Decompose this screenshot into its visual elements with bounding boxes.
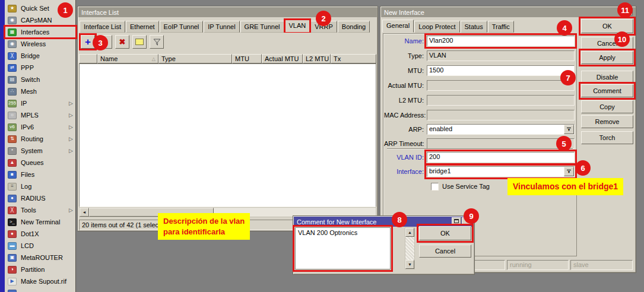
dropdown-button[interactable]: ▼ bbox=[564, 125, 574, 134]
sidebar-item-files[interactable]: ■ Files bbox=[5, 169, 76, 180]
sidebar-item-metarouter[interactable]: ▣ MetaROUTER bbox=[5, 252, 76, 264]
tab-vlan[interactable]: VLAN bbox=[285, 20, 310, 33]
sidebar-item-tools[interactable]: ╳ Tools ▷ bbox=[5, 204, 76, 216]
log-icon: ≡ bbox=[8, 183, 17, 191]
tab-ip-tunnel[interactable]: IP Tunnel bbox=[204, 21, 239, 33]
sidebar-item-dot1x[interactable]: ● Dot1X bbox=[5, 228, 76, 240]
radius-icon: ● bbox=[8, 195, 17, 202]
sidebar-item-switch[interactable]: ▤ Switch bbox=[5, 74, 76, 85]
rollup-button[interactable] bbox=[452, 217, 461, 225]
annotation-badge-8: 8 bbox=[392, 212, 407, 227]
annotation-badge-7: 7 bbox=[560, 70, 576, 85]
sidebar-item-partition[interactable]: ◑ Partition bbox=[5, 264, 76, 275]
mtu-label: MTU: bbox=[384, 67, 427, 74]
tab-loop-protect[interactable]: Loop Protect bbox=[414, 21, 459, 33]
interface-value: bridge1 bbox=[427, 167, 564, 176]
lcd-icon: ▬ bbox=[8, 242, 17, 250]
ok-button[interactable]: OK bbox=[581, 19, 633, 33]
tab-gre-tunnel[interactable]: GRE Tunnel bbox=[240, 21, 284, 33]
sidebar-item-label: New Terminal bbox=[21, 218, 60, 226]
sidebar-item-label: Wireless bbox=[21, 40, 46, 47]
copy-button[interactable]: Copy bbox=[581, 100, 633, 113]
sidebar-item-radius[interactable]: ● RADIUS bbox=[5, 192, 76, 204]
tab-status[interactable]: Status bbox=[461, 21, 487, 33]
vertical-scrollbar[interactable]: ▲ ▼ bbox=[405, 227, 415, 269]
capsman-icon: ◉ bbox=[8, 17, 17, 24]
vlan-id-field[interactable]: 200 bbox=[427, 152, 575, 163]
funnel-icon bbox=[153, 39, 161, 46]
supout-icon: ▶ bbox=[8, 278, 17, 285]
sidebar-item-new-terminal[interactable]: >_ New Terminal bbox=[5, 216, 76, 228]
comment-ok-button[interactable]: OK bbox=[419, 226, 471, 240]
mtu-field[interactable]: 1500 bbox=[427, 65, 575, 76]
name-field[interactable]: Vlan200 bbox=[427, 36, 575, 46]
comment-dialog-titlebar[interactable]: Comment for New Interface bbox=[294, 217, 474, 227]
new-interface-titlebar[interactable]: New Interface bbox=[381, 7, 635, 17]
sidebar-item-wireless[interactable]: ◉ Wireless bbox=[5, 38, 76, 50]
cross-icon: ✖ bbox=[119, 39, 126, 45]
mesh-icon: ∴ bbox=[8, 88, 17, 96]
status-box-slave: slave bbox=[570, 260, 633, 270]
partition-icon: ◑ bbox=[8, 266, 17, 274]
column-header-selector[interactable] bbox=[79, 54, 97, 64]
sidebar-item-bridge[interactable]: ╳ Bridge bbox=[5, 50, 76, 62]
sidebar-item-routing[interactable]: ⇅ Routing ▷ bbox=[5, 133, 76, 145]
comment-button[interactable] bbox=[132, 35, 147, 49]
sidebar-item-lcd[interactable]: ▬ LCD bbox=[5, 240, 76, 252]
comment-cancel-button[interactable]: Cancel bbox=[419, 245, 471, 258]
scroll-up-icon[interactable]: ▲ bbox=[405, 228, 414, 237]
interface-list-titlebar[interactable]: Interface List bbox=[78, 7, 377, 17]
sidebar-item-mpls[interactable]: ○ MPLS ▷ bbox=[5, 109, 76, 121]
annotation-badge-2: 2 bbox=[316, 11, 331, 26]
scroll-left-icon[interactable]: ◄ bbox=[80, 208, 89, 217]
comment-button[interactable]: Comment bbox=[581, 84, 633, 97]
interface-list-title: Interface List bbox=[81, 9, 119, 16]
sidebar-item-log[interactable]: ≡ Log bbox=[5, 180, 76, 192]
tab-general[interactable]: General bbox=[382, 20, 414, 33]
annotation-badge-1: 1 bbox=[58, 2, 73, 18]
tools-icon: ╳ bbox=[8, 207, 17, 214]
sidebar-item-interfaces[interactable]: ▦ Interfaces bbox=[5, 26, 76, 38]
note-icon bbox=[135, 39, 144, 45]
disable-button[interactable]: Disable bbox=[581, 71, 633, 84]
use-service-tag-row: Use Service Tag bbox=[431, 182, 490, 191]
tab-interface-list[interactable]: Interface List bbox=[80, 21, 125, 33]
sidebar-item-make-supout[interactable]: ▶ Make Supout.rif bbox=[5, 275, 76, 287]
arp-dropdown[interactable]: enabled ▼ bbox=[427, 124, 575, 135]
sidebar-item-partial[interactable]: ● bbox=[5, 287, 76, 292]
sidebar-item-ppp[interactable]: ⇄ PPP bbox=[5, 62, 76, 74]
column-header[interactable]: Tx bbox=[331, 54, 376, 64]
tab-eoip-tunnel[interactable]: EoIP Tunnel bbox=[160, 21, 204, 33]
column-header[interactable]: Name bbox=[97, 54, 158, 64]
scroll-down-icon[interactable]: ▼ bbox=[405, 260, 414, 269]
dropdown-button[interactable]: ▼ bbox=[564, 167, 574, 176]
torch-button[interactable]: Torch bbox=[581, 131, 633, 144]
column-header[interactable]: MTU bbox=[232, 54, 262, 64]
sidebar-item-queues[interactable]: ▲ Queues bbox=[5, 157, 76, 169]
column-header[interactable]: Type bbox=[158, 54, 232, 64]
annotation-badge-3: 3 bbox=[93, 35, 108, 50]
tab-ethernet[interactable]: Ethernet bbox=[126, 21, 159, 33]
ipv6-icon: v6 bbox=[8, 123, 17, 131]
comment-textarea[interactable]: VLAN 200 Optronics bbox=[295, 227, 391, 269]
sidebar-menu: ★ Quick Set ◉ CAPsMAN ▦ Interfaces ◉ Wir… bbox=[5, 2, 76, 292]
use-service-tag-checkbox[interactable] bbox=[431, 183, 439, 191]
interface-dropdown[interactable]: bridge1 ▼ bbox=[427, 166, 575, 177]
disable-button[interactable]: ✖ bbox=[115, 35, 129, 49]
sidebar-item-system[interactable]: * System ▷ bbox=[5, 145, 76, 157]
tab-traffic[interactable]: Traffic bbox=[488, 21, 514, 33]
tab-bonding[interactable]: Bonding bbox=[338, 21, 370, 33]
bridge-icon: ╳ bbox=[8, 52, 17, 60]
column-header[interactable]: L2 MTU bbox=[303, 54, 331, 64]
annotation-note-vlan-description: Descripción de la vlan para identificarl… bbox=[158, 213, 250, 240]
remove-button[interactable]: Remove bbox=[581, 115, 633, 128]
interface-list-window: Interface List Interface ListEthernetEoI… bbox=[77, 6, 378, 231]
sidebar-item-ip[interactable]: 255 IP ▷ bbox=[5, 97, 76, 109]
arp-timeout-label: ARP Timeout: bbox=[384, 140, 427, 147]
sidebar-item-mesh[interactable]: ∴ Mesh bbox=[5, 85, 76, 97]
filter-button[interactable] bbox=[150, 35, 164, 49]
queues-icon: ▲ bbox=[8, 159, 17, 167]
apply-button[interactable]: Apply bbox=[581, 51, 633, 64]
column-header[interactable]: Actual MTU bbox=[262, 54, 303, 64]
sidebar-item-ipv6[interactable]: v6 IPv6 ▷ bbox=[5, 121, 76, 133]
